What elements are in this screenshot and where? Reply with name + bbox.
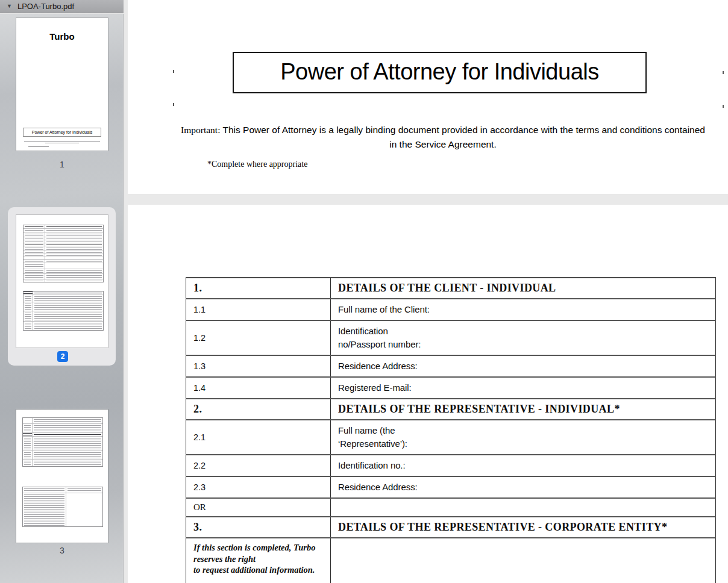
sidebar-header[interactable]: ▼ LPOA-Turbo.pdf: [0, 0, 124, 13]
thumbnail-mini-row: [24, 257, 103, 259]
row-label-cell: Full name (the‘Representative’):: [331, 420, 716, 455]
row-number-cell: OR: [186, 498, 331, 517]
important-text-line2: in the Service Agreement.: [157, 137, 728, 152]
thumbnail-mini-row: [24, 232, 103, 237]
row-number-cell: 1.1: [186, 299, 331, 320]
page-thumbnail-2[interactable]: [16, 215, 108, 348]
row-number-cell: 1.: [186, 278, 331, 299]
important-prefix: Important:: [181, 125, 220, 135]
row-label-cell: Registered E-mail:: [331, 377, 716, 399]
table-row: 1.DETAILS OF THE CLIENT - INDIVIDUAL: [186, 278, 716, 299]
thumbnail-mini-row: [24, 273, 103, 279]
thumbnail-mini-row: [24, 263, 103, 269]
row-number-cell: 2.: [186, 399, 331, 420]
thumbnail-mini-row: [24, 259, 103, 263]
document-view[interactable]: Power of Attorney for Individuals Import…: [124, 0, 728, 583]
row-label-cell: [331, 538, 716, 583]
page-thumbnail-1[interactable]: Turbo Power of Attorney for Individuals: [16, 18, 108, 151]
table-row: 3.DETAILS OF THE REPRESENTATIVE - CORPOR…: [186, 517, 716, 538]
selected-page-number-badge: 2: [57, 351, 68, 362]
thumbnail-mini-row: [24, 292, 103, 295]
important-notice: Important: This Power of Attorney is a l…: [157, 123, 728, 151]
thumb1-textline: [28, 146, 49, 147]
row-number-cell: 3.: [186, 517, 331, 538]
page-number-3: 3: [16, 546, 108, 555]
row-number-cell: If this section is completed, Turboreser…: [186, 538, 331, 583]
page-2: 1.DETAILS OF THE CLIENT - INDIVIDUAL1.1F…: [128, 205, 728, 583]
thumbnail-mini-row: [23, 436, 102, 450]
row-number-cell: 2.3: [186, 476, 331, 498]
thumb1-brand-text: Turbo: [16, 31, 108, 42]
row-number-cell: 1.2: [186, 320, 331, 355]
important-text: This Power of Attorney is a legally bind…: [220, 125, 704, 135]
thumb3-mini-table-top: [22, 417, 103, 467]
row-label-cell: Full name of the Client:: [331, 299, 716, 320]
row-number-cell: 1.3: [186, 355, 331, 377]
thumb1-textline: [24, 141, 100, 142]
thumbnail-mini-row: [24, 279, 103, 282]
thumbnail-mini-row: [24, 302, 103, 311]
table-row: 1.3Residence Address:: [186, 355, 716, 377]
row-label-cell: DETAILS OF THE REPRESENTATIVE - INDIVIDU…: [331, 399, 716, 420]
page-number-1: 1: [16, 160, 108, 169]
thumbnail-mini-row: [23, 418, 102, 423]
table-row: If this section is completed, Turboreser…: [186, 538, 716, 583]
thumb2-mini-table-top: [23, 225, 104, 282]
thumbnail-mini-row: [23, 493, 102, 526]
thumbnail-sidebar: ▼ LPOA-Turbo.pdf Turbo Power of Attorney…: [0, 0, 124, 583]
poa-form-table: 1.DETAILS OF THE CLIENT - INDIVIDUAL1.1F…: [186, 277, 716, 583]
thumbnail-mini-row: [23, 450, 102, 459]
thumb3-mini-table-bottom: [22, 487, 103, 527]
margin-mark: [723, 105, 724, 108]
thumb1-textline: [45, 143, 79, 143]
thumbnail-mini-row: [24, 243, 103, 246]
row-label-cell: Identificationno/Passport number:: [331, 320, 716, 355]
thumbnail-mini-row: [23, 432, 102, 436]
row-number-cell: 2.2: [186, 455, 331, 476]
table-row: 2.DETAILS OF THE REPRESENTATIVE - INDIVI…: [186, 399, 716, 420]
thumbnail-mini-row: [24, 251, 103, 254]
table-row: 2.2Identification no.:: [186, 455, 716, 476]
thumbnail-mini-row: [24, 237, 103, 240]
thumbnail-mini-row: [24, 246, 103, 251]
thumbnail-mini-row: [23, 423, 102, 432]
row-label-cell: DETAILS OF THE REPRESENTATIVE - CORPORAT…: [331, 517, 716, 538]
table-row: OR: [186, 498, 716, 517]
row-label-cell: DETAILS OF THE CLIENT - INDIVIDUAL: [331, 278, 716, 299]
row-label-cell: Identification no.:: [331, 455, 716, 476]
table-row: 2.1Full name (the‘Representative’):: [186, 420, 716, 455]
row-number-cell: 1.4: [186, 377, 331, 399]
pdf-filename: LPOA-Turbo.pdf: [17, 2, 74, 11]
thumb1-title-box: Power of Attorney for Individuals: [23, 128, 101, 137]
complete-where-appropriate-note: *Complete where appropriate: [207, 160, 307, 169]
row-number-cell: 2.1: [186, 420, 331, 455]
thumbnail-mini-row: [23, 487, 102, 493]
margin-mark: [173, 103, 174, 106]
thumbnail-mini-row: [24, 311, 103, 321]
thumbnail-mini-row: [24, 254, 103, 257]
page-1-bottom: Power of Attorney for Individuals Import…: [128, 0, 728, 194]
thumbnail-mini-row: [24, 295, 103, 302]
thumbnail-mini-row: [24, 228, 103, 232]
margin-mark: [173, 70, 174, 73]
margin-mark: [723, 71, 724, 74]
table-row: 1.4Registered E-mail:: [186, 377, 716, 399]
page-thumbnail-3[interactable]: [16, 410, 108, 543]
thumbnail-mini-row: [23, 459, 102, 466]
thumbnail-mini-row: [24, 240, 103, 243]
row-label-cell: [331, 498, 716, 517]
disclosure-triangle-icon[interactable]: ▼: [7, 4, 12, 9]
thumb2-mini-table-bottom: [23, 291, 104, 331]
thumbnail-mini-row: [24, 269, 103, 273]
document-title: Power of Attorney for Individuals: [233, 52, 647, 93]
row-label-cell: Residence Address:: [331, 355, 716, 377]
thumbnail-mini-row: [24, 321, 103, 330]
table-row: 2.3Residence Address:: [186, 476, 716, 498]
table-row: 1.1Full name of the Client:: [186, 299, 716, 320]
thumbnail-mini-row: [24, 225, 103, 228]
thumbnail-list: Turbo Power of Attorney for Individuals …: [0, 14, 124, 583]
row-label-cell: Residence Address:: [331, 476, 716, 498]
table-row: 1.2Identificationno/Passport number:: [186, 320, 716, 355]
